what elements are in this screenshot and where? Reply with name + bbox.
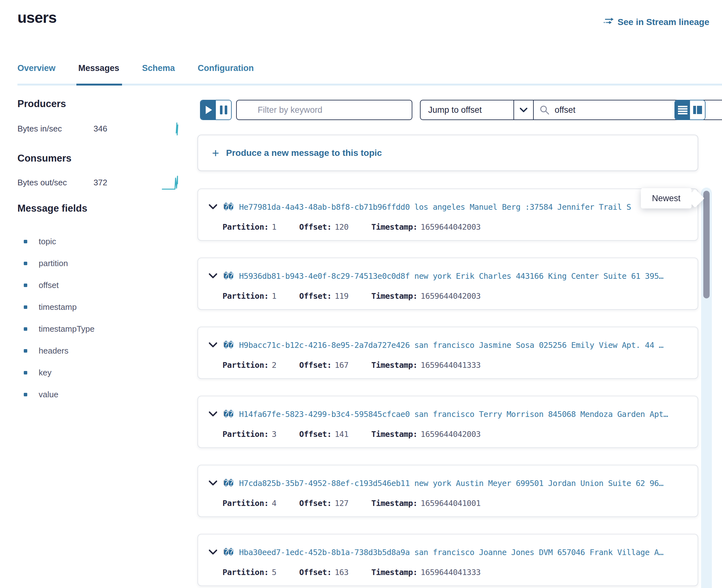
offset-field: Offset:119 <box>299 292 349 301</box>
chevron-down-icon[interactable] <box>208 204 218 210</box>
offset-field: Offset:163 <box>299 568 349 577</box>
timestamp-field: Timestamp:1659644041001 <box>371 499 481 508</box>
chevron-down-icon[interactable] <box>208 411 218 417</box>
message-row[interactable]: �� He77981da-4a43-48ab-b8f8-cb71b96ffdd0… <box>198 189 698 241</box>
partition-field: Partition:1 <box>223 223 276 232</box>
timestamp-field: Timestamp:1659644041333 <box>371 360 481 370</box>
message-summary: H14fa67fe-5823-4299-b3c4-595845cfcae0 sa… <box>239 410 668 419</box>
partition-field: Partition:2 <box>223 360 276 370</box>
offset-field: Offset:167 <box>299 360 349 370</box>
list-view-icon <box>677 105 688 115</box>
field-item-headers: headers <box>17 340 181 362</box>
bytes-in-metric-row: Bytes in/sec 346 <box>17 120 181 137</box>
bytes-in-value: 346 <box>94 124 162 134</box>
timestamp-field: Timestamp:1659644042003 <box>371 429 481 439</box>
tab-overview[interactable]: Overview <box>17 63 56 82</box>
field-bullet-icon <box>24 393 27 396</box>
split-view-button[interactable] <box>690 101 705 120</box>
message-fields-list: topic partition offset timestamp timesta… <box>17 231 181 405</box>
message-key-glyph: �� <box>224 478 233 488</box>
field-item-timestampType: timestampType <box>17 318 181 340</box>
page-title: users <box>17 9 57 26</box>
tab-schema[interactable]: Schema <box>142 63 175 82</box>
topic-messages-page: users See in Stream lineage Overview Mes… <box>0 0 722 588</box>
message-summary: H7cda825b-35b7-4952-88ef-c193d546eb11 ne… <box>239 479 663 488</box>
bytes-out-sparkline <box>162 174 181 191</box>
chevron-down-icon[interactable] <box>208 342 218 348</box>
message-summary: He77981da-4a43-48ab-b8f8-cb71b96ffdd0 lo… <box>239 203 631 212</box>
play-button[interactable] <box>201 101 216 120</box>
field-bullet-icon <box>24 349 27 353</box>
offset-field: Offset:127 <box>299 499 349 508</box>
split-view-icon <box>693 105 703 115</box>
chevron-down-icon[interactable] <box>208 480 218 486</box>
message-summary: H5936db81-b943-4e0f-8c29-74513e0c0d8f ne… <box>239 272 663 281</box>
partition-field: Partition:1 <box>223 292 276 301</box>
message-summary: H9bacc71c-b12c-4216-8e95-2a7da727e426 sa… <box>239 340 663 350</box>
newest-tooltip-label: Newest <box>652 193 680 203</box>
field-bullet-icon <box>24 284 27 287</box>
filter-keyword-input[interactable] <box>236 100 412 120</box>
view-mode-toggle[interactable] <box>675 100 705 120</box>
jump-to-offset-select[interactable]: Jump to offset <box>420 101 514 120</box>
message-row[interactable]: �� H9bacc71c-b12c-4216-8e95-2a7da727e426… <box>198 327 698 379</box>
tab-underline-active <box>76 84 122 86</box>
chevron-down-icon[interactable] <box>208 273 218 279</box>
timestamp-field: Timestamp:1659644042003 <box>371 223 481 232</box>
timestamp-field: Timestamp:1659644042003 <box>371 292 481 301</box>
message-key-glyph: �� <box>224 547 233 557</box>
field-bullet-icon <box>24 327 27 331</box>
field-bullet-icon <box>24 306 27 309</box>
list-view-button[interactable] <box>675 101 690 120</box>
produce-message-label: Produce a new message to this topic <box>226 148 382 158</box>
consumers-heading: Consumers <box>17 153 71 164</box>
message-key-glyph: �� <box>224 271 233 281</box>
message-fields-heading: Message fields <box>17 203 87 214</box>
chevron-down-icon[interactable] <box>208 549 218 555</box>
messages-scrollbar-track[interactable] <box>701 188 712 588</box>
field-item-timestamp: timestamp <box>17 296 181 318</box>
pause-button[interactable] <box>216 101 231 120</box>
field-item-value: value <box>17 384 181 405</box>
timestamp-field: Timestamp:1659644041333 <box>371 568 481 577</box>
bytes-out-metric-row: Bytes out/sec 372 <box>17 174 181 191</box>
partition-field: Partition:5 <box>223 568 276 577</box>
messages-panel: Jump to offset <box>198 0 722 588</box>
messages-toolbar: Jump to offset <box>198 100 698 121</box>
message-row[interactable]: �� H5936db81-b943-4e0f-8c29-74513e0c0d8f… <box>198 257 698 310</box>
message-summary: Hba30eed7-1edc-452b-8b1a-738d3b5d8a9a sa… <box>239 548 663 557</box>
message-key-glyph: �� <box>224 340 233 350</box>
message-row[interactable]: �� H14fa67fe-5823-4299-b3c4-595845cfcae0… <box>198 396 698 448</box>
partition-field: Partition:3 <box>223 429 276 439</box>
field-item-topic: topic <box>17 231 181 252</box>
message-key-glyph: �� <box>224 409 233 419</box>
produce-message-button[interactable]: + Produce a new message to this topic <box>198 135 698 171</box>
field-item-partition: partition <box>17 252 181 274</box>
field-item-offset: offset <box>17 274 181 296</box>
message-row[interactable]: �� H7cda825b-35b7-4952-88ef-c193d546eb11… <box>198 465 698 517</box>
field-bullet-icon <box>24 262 27 265</box>
plus-icon: + <box>212 147 219 159</box>
chevron-down-icon[interactable] <box>514 101 534 120</box>
bytes-out-value: 372 <box>94 178 162 188</box>
bytes-out-label: Bytes out/sec <box>17 178 94 188</box>
field-bullet-icon <box>24 240 27 243</box>
search-icon <box>539 105 550 115</box>
field-item-key: key <box>17 362 181 384</box>
play-pause-toggle[interactable] <box>200 100 232 120</box>
pause-icon <box>220 105 227 114</box>
message-list: �� He77981da-4a43-48ab-b8f8-cb71b96ffdd0… <box>198 189 698 586</box>
offset-field: Offset:141 <box>299 429 349 439</box>
message-key-glyph: �� <box>224 202 233 212</box>
producers-heading: Producers <box>17 98 66 110</box>
tab-messages[interactable]: Messages <box>78 63 119 82</box>
bytes-in-sparkline <box>162 120 181 137</box>
message-row[interactable]: �� Hba30eed7-1edc-452b-8b1a-738d3b5d8a9a… <box>198 534 698 586</box>
partition-field: Partition:4 <box>223 499 276 508</box>
field-bullet-icon <box>24 371 27 375</box>
bytes-in-label: Bytes in/sec <box>17 124 94 134</box>
offset-field: Offset:120 <box>299 223 349 232</box>
newest-tooltip: Newest <box>641 188 692 208</box>
play-icon <box>206 106 212 114</box>
messages-scrollbar-thumb[interactable] <box>703 191 710 298</box>
